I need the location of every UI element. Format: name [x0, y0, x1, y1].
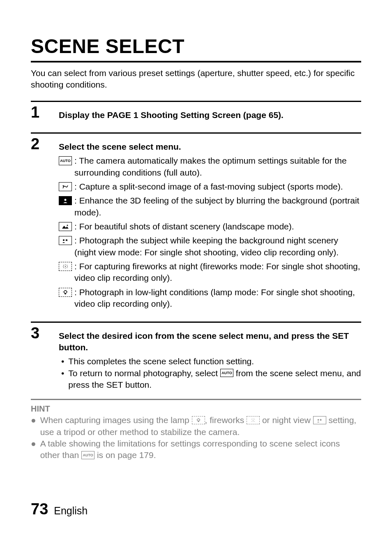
bullet-pre: To return to normal photography, select — [68, 368, 220, 378]
bullet-dot: • — [61, 368, 64, 391]
nightview-icon — [59, 236, 72, 245]
svg-point-24 — [251, 421, 252, 421]
step-divider — [31, 322, 361, 323]
mode-landscape: : For beautiful shots of distant scenery… — [59, 221, 361, 232]
step-number: 3 — [31, 325, 51, 341]
svg-point-3 — [63, 239, 65, 241]
sports-icon — [59, 182, 72, 191]
svg-point-11 — [63, 266, 64, 267]
mode-fireworks: : For capturing fireworks at night (fire… — [59, 261, 361, 284]
colon: : — [74, 182, 79, 191]
svg-point-9 — [65, 264, 66, 265]
portrait-icon — [59, 196, 72, 205]
svg-point-13 — [64, 290, 67, 293]
svg-point-21 — [253, 420, 254, 421]
svg-point-2 — [67, 225, 68, 226]
hint-divider — [31, 399, 361, 400]
mode-nightview: : Photograph the subject while keeping t… — [59, 235, 361, 258]
colon: : — [74, 222, 79, 231]
step-3: 3 Select the desired icon from the scene… — [31, 325, 361, 391]
colon: : — [74, 156, 79, 165]
mode-desc: Enhance the 3D feeling of the subject by… — [74, 196, 359, 217]
step-number: 1 — [31, 104, 51, 120]
svg-point-27 — [253, 421, 253, 421]
bullet-text: To return to normal photography, select … — [68, 368, 361, 391]
step-number: 2 — [31, 136, 51, 152]
svg-point-12 — [67, 266, 68, 267]
svg-point-7 — [63, 267, 64, 268]
svg-point-25 — [254, 421, 255, 421]
hint-item: ● A table showing the limitations for se… — [31, 438, 361, 461]
colon: : — [74, 236, 79, 245]
svg-point-4 — [65, 266, 66, 267]
page-number: 73 — [31, 500, 48, 518]
auto-icon: AUTO — [59, 156, 72, 165]
svg-point-28 — [317, 419, 318, 420]
mode-portrait: : Enhance the 3D feeling of the subject … — [59, 195, 361, 218]
landscape-icon — [59, 222, 72, 231]
step-2: 2 Select the scene select menu. AUTO : T… — [31, 136, 361, 312]
svg-point-5 — [63, 265, 64, 266]
step-heading: Display the PAGE 1 Shooting Setting Scre… — [59, 109, 361, 121]
svg-point-10 — [65, 268, 66, 268]
hint-body: ● When capturing images using the lamp ,… — [31, 414, 361, 461]
svg-point-17 — [197, 419, 199, 421]
colon: : — [74, 261, 79, 271]
step-divider — [31, 132, 361, 134]
colon: : — [74, 196, 79, 205]
svg-point-26 — [253, 419, 253, 419]
svg-point-0 — [63, 185, 64, 187]
mode-desc: For beautiful shots of distant scenery (… — [79, 222, 294, 231]
bullet-item: • To return to normal photography, selec… — [61, 368, 361, 391]
step-1: 1 Display the PAGE 1 Shooting Setting Sc… — [31, 104, 361, 123]
t: When capturing images using the lamp — [40, 415, 192, 425]
step-heading: Select the desired icon from the scene s… — [59, 330, 361, 354]
nightview-icon — [313, 416, 326, 424]
mode-lamp: : Photograph in low-light conditions (la… — [59, 287, 361, 310]
t: is on page 179. — [97, 450, 156, 460]
bullet-dot: • — [61, 356, 64, 367]
page-title: SCENE SELECT — [31, 35, 361, 58]
mode-desc: Photograph the subject while keeping the… — [74, 236, 339, 257]
svg-point-8 — [67, 267, 67, 268]
mode-auto: AUTO : The camera automatically makes th… — [59, 155, 361, 178]
footer-language: English — [54, 505, 88, 516]
step-divider — [31, 101, 361, 102]
page-footer: 73English — [31, 500, 88, 518]
t: , fireworks — [205, 415, 247, 425]
bullet-dot: ● — [31, 438, 36, 461]
bullet-dot: ● — [31, 414, 36, 438]
hint-text: A table showing the limitations for sett… — [40, 438, 361, 461]
mode-desc: The camera automatically makes the optim… — [74, 156, 347, 177]
lamp-icon — [192, 416, 205, 424]
svg-point-22 — [251, 419, 252, 419]
svg-rect-18 — [198, 421, 199, 422]
svg-point-1 — [65, 199, 67, 201]
svg-point-23 — [254, 419, 255, 419]
mode-desc: Photograph in low-light conditions (lamp… — [74, 287, 355, 308]
hint-text: When capturing images using the lamp , f… — [40, 414, 361, 438]
hint-item: ● When capturing images using the lamp ,… — [31, 414, 361, 438]
t: or night view — [260, 415, 313, 425]
hint-heading: HINT — [31, 404, 361, 414]
mode-sports: : Capture a split-second image of a fast… — [59, 181, 361, 192]
mode-desc: Capture a split-second image of a fast-m… — [79, 182, 343, 191]
mode-desc: For capturing fireworks at night (firewo… — [74, 261, 360, 282]
intro-text: You can select from various preset setti… — [31, 67, 361, 91]
auto-icon: AUTO — [220, 369, 233, 377]
fireworks-icon — [247, 416, 260, 424]
title-divider — [31, 61, 361, 62]
svg-rect-14 — [65, 293, 66, 294]
svg-point-6 — [67, 265, 67, 266]
auto-icon: AUTO — [81, 451, 95, 459]
colon: : — [74, 287, 79, 297]
bullet-item: • This completes the scene select functi… — [61, 356, 361, 367]
step-heading: Select the scene select menu. — [59, 141, 361, 153]
lamp-icon — [59, 288, 72, 297]
fireworks-icon — [59, 262, 72, 271]
bullet-text: This completes the scene select function… — [68, 356, 254, 367]
